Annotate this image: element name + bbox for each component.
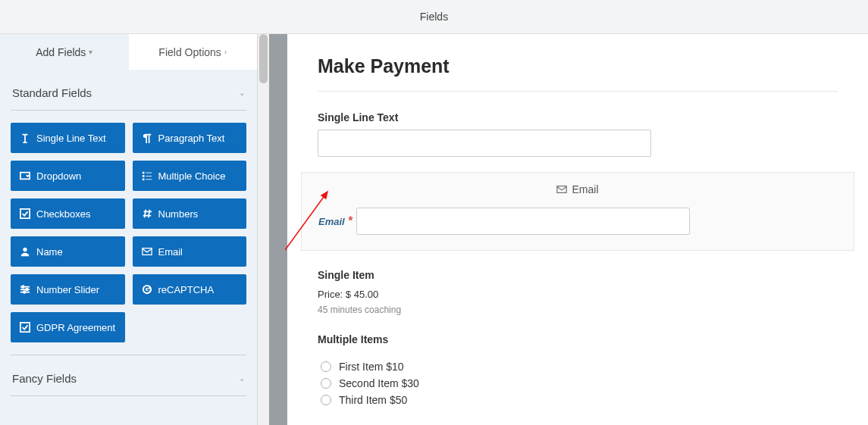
radio-label: First Item $10	[339, 361, 404, 373]
field-label: Numbers	[158, 208, 199, 220]
tab-row: Add Fields ▾ Field Options ›	[0, 34, 257, 70]
tab-add-fields[interactable]: Add Fields ▾	[0, 34, 129, 70]
field-dropdown[interactable]: Dropdown	[11, 161, 125, 191]
google-icon	[142, 284, 152, 295]
envelope-icon	[556, 184, 567, 195]
svg-rect-1	[142, 172, 144, 174]
radio-option[interactable]: First Item $10	[321, 361, 838, 373]
field-label: GDPR Agreement	[36, 322, 115, 333]
left-scrollbar[interactable]	[258, 34, 269, 425]
top-bar-title: Fields	[420, 11, 448, 23]
field-email[interactable]: Email	[133, 236, 247, 267]
form-title: Make Payment	[318, 55, 838, 92]
field-block-single-item[interactable]: Single Item Price: $ 45.00 45 minutes co…	[318, 269, 838, 315]
chevron-right-icon: ›	[224, 48, 227, 56]
price-value: $ 45.00	[346, 289, 378, 300]
left-panel: Add Fields ▾ Field Options › Standard Fi…	[0, 34, 258, 425]
radio-option[interactable]: Second Item $30	[321, 377, 838, 389]
single-line-input[interactable]	[318, 130, 651, 157]
item-description: 45 minutes coaching	[318, 305, 838, 315]
email-field-label: Email	[318, 216, 345, 227]
price-label: Price:	[318, 289, 343, 300]
envelope-icon	[142, 246, 152, 257]
single-item-label: Single Item	[318, 269, 838, 281]
radio-option[interactable]: Third Item $50	[321, 394, 838, 406]
field-name[interactable]: Name	[11, 236, 125, 267]
section-standard-fields[interactable]: Standard Fields ⌄	[11, 70, 246, 111]
field-label: Single Line Text	[318, 111, 838, 123]
dropdown-icon	[20, 170, 30, 181]
user-icon	[20, 246, 30, 257]
field-label: reCAPTCHA	[158, 284, 215, 295]
svg-point-8	[23, 248, 27, 252]
field-label: Checkboxes	[36, 208, 91, 220]
email-input[interactable]	[356, 208, 690, 235]
svg-rect-4	[146, 176, 152, 177]
scrollbar-thumb[interactable]	[259, 34, 268, 83]
field-label: Email	[158, 246, 183, 258]
text-cursor-icon	[20, 133, 30, 143]
field-checkboxes[interactable]: Checkboxes	[11, 198, 125, 229]
field-label: Paragraph Text	[158, 133, 225, 144]
svg-point-12	[24, 291, 26, 293]
radio-icon	[321, 378, 331, 389]
main-layout: Add Fields ▾ Field Options › Standard Fi…	[0, 34, 868, 425]
radio-label: Second Item $30	[339, 377, 419, 389]
field-number-slider[interactable]: Number Slider	[11, 274, 125, 305]
check-square-icon	[20, 322, 30, 333]
form-preview-panel: Make Payment Single Line Text Email Emai…	[269, 34, 868, 425]
paragraph-icon	[142, 133, 152, 143]
svg-rect-6	[146, 179, 152, 180]
field-label: Dropdown	[36, 170, 81, 182]
panel-body: Standard Fields ⌄ Single Line Text Parag…	[0, 70, 257, 425]
tab-label: Field Options	[158, 46, 221, 58]
field-recaptcha[interactable]: reCAPTCHA	[133, 274, 247, 305]
svg-point-11	[26, 289, 28, 291]
field-numbers[interactable]: Numbers	[133, 198, 247, 229]
field-label: Number Slider	[36, 284, 99, 295]
svg-rect-2	[146, 173, 152, 173]
svg-rect-7	[20, 209, 30, 218]
section-title: Fancy Fields	[12, 372, 77, 385]
chevron-down-icon: ⌄	[239, 374, 245, 383]
radio-icon	[321, 361, 331, 372]
field-multiple-choice[interactable]: Multiple Choice	[133, 161, 247, 191]
svg-rect-3	[142, 175, 144, 177]
hash-icon	[142, 208, 152, 219]
field-single-line-text[interactable]: Single Line Text	[11, 123, 125, 153]
multiple-items-label: Multiple Items	[318, 333, 838, 345]
required-asterisk: *	[348, 214, 353, 227]
check-square-icon	[20, 208, 30, 219]
radio-icon	[321, 395, 331, 405]
field-label: Multiple Choice	[158, 170, 226, 182]
field-label: Single Line Text	[36, 133, 106, 144]
field-block-multiple-items[interactable]: Multiple Items First Item $10 Second Ite…	[318, 333, 838, 406]
chevron-down-icon: ▾	[89, 48, 92, 56]
field-gdpr[interactable]: GDPR Agreement	[11, 312, 125, 342]
svg-rect-13	[20, 323, 30, 332]
section-fancy-fields[interactable]: Fancy Fields ⌄	[11, 355, 246, 396]
dropped-field-title: Email	[572, 183, 598, 195]
chevron-down-icon: ⌄	[239, 89, 245, 97]
field-label: Name	[36, 246, 63, 258]
dropped-field-header: Email	[318, 183, 837, 195]
sliders-icon	[20, 284, 30, 295]
price-line: Price: $ 45.00	[318, 289, 838, 300]
tab-field-options[interactable]: Field Options ›	[129, 34, 258, 70]
tab-label: Add Fields	[36, 46, 86, 58]
field-paragraph-text[interactable]: Paragraph Text	[133, 123, 247, 153]
top-bar: Fields	[0, 0, 868, 34]
svg-point-10	[22, 286, 24, 288]
dropped-email-field[interactable]: Email Email *	[301, 172, 854, 251]
svg-rect-14	[557, 186, 566, 193]
section-title: Standard Fields	[12, 86, 92, 99]
standard-fields-grid: Single Line Text Paragraph Text Dropdown	[11, 111, 246, 342]
radio-label: Third Item $50	[339, 394, 407, 406]
list-icon	[142, 170, 152, 181]
svg-rect-9	[142, 248, 151, 255]
field-block-single-line[interactable]: Single Line Text	[318, 111, 838, 157]
svg-rect-5	[142, 179, 144, 181]
